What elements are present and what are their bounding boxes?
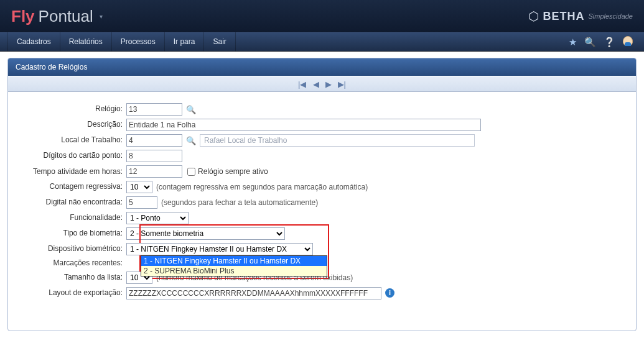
panel-title: Cadastro de Relógios — [8, 58, 636, 76]
layout-exportacao-input[interactable] — [126, 287, 381, 299]
content: Cadastro de Relógios |◀ ◀ ▶ ▶| Relógio: … — [0, 52, 644, 337]
panel-cadastro-relogios: Cadastro de Relógios |◀ ◀ ▶ ▶| Relógio: … — [7, 58, 637, 331]
contagem-hint: (contagem regressiva em segundos para ma… — [156, 183, 368, 191]
funcionalidade-select[interactable]: 1 - Ponto — [126, 212, 189, 224]
star-icon[interactable]: ★ — [569, 37, 577, 48]
sempre-ativo-label: Relógio sempre ativo — [198, 167, 268, 176]
app-header: Fly Pontual ▾ ⬡ BETHA Simplescidade — [0, 0, 644, 32]
label-descricao: Descrição: — [21, 120, 126, 130]
label-dispositivo: Dispositivo biométrico: — [21, 244, 126, 254]
label-contagem: Contagem regressiva: — [21, 182, 126, 192]
dispositivo-option-1[interactable]: 1 - NITGEN Fingkey Hamster II ou Hamster… — [141, 256, 327, 266]
nav-prev-icon[interactable]: ◀ — [313, 80, 319, 89]
betha-logo[interactable]: ⬡ BETHA Simplescidade — [528, 9, 633, 24]
menu-relatorios[interactable]: Relatórios — [60, 32, 112, 52]
search-icon[interactable]: 🔍 — [584, 37, 596, 48]
help-icon[interactable]: ❔ — [604, 37, 615, 48]
dispositivo-biometrico-select[interactable]: 1 - NITGEN Fingkey Hamster II ou Hamster… — [126, 243, 313, 255]
label-digitos: Dígitos do cartão ponto: — [21, 151, 126, 161]
label-tipo-bio: Tipo de biometria: — [21, 229, 126, 239]
logo-fly: Fly — [11, 7, 35, 26]
betha-tagline: Simplescidade — [588, 12, 633, 20]
nav-next-icon[interactable]: ▶ — [325, 80, 332, 89]
label-relogio: Relógio: — [21, 104, 126, 114]
label-local: Local de Trabalho: — [21, 135, 126, 145]
relogio-input[interactable] — [126, 103, 182, 116]
layout-info-icon[interactable]: i — [385, 288, 394, 298]
label-marcacoes: Marcações recentes: — [21, 258, 126, 268]
nav-first-icon[interactable]: |◀ — [298, 80, 306, 89]
menu-bar: Cadastros Relatórios Processos Ir para S… — [0, 32, 644, 52]
label-layout: Layout de exportação: — [21, 288, 126, 298]
betha-text: BETHA — [543, 10, 584, 23]
contagem-select[interactable]: 10 — [126, 181, 152, 193]
menu-cadastros[interactable]: Cadastros — [7, 32, 60, 52]
menu-right-icons: ★ 🔍 ❔ — [569, 36, 637, 48]
label-funcionalidade: Funcionalidade: — [21, 213, 126, 223]
dispositivo-option-2[interactable]: 2 - SUPREMA BioMini Plus — [141, 266, 327, 276]
descricao-input[interactable] — [126, 119, 481, 131]
digital-input[interactable] — [126, 196, 157, 209]
sempre-ativo-checkbox[interactable] — [187, 168, 195, 176]
label-tamanho: Tamanho da lista: — [21, 273, 126, 283]
digital-hint: (segundos para fechar a tela automaticam… — [161, 198, 318, 207]
local-lookup-detail: Rafael Local de Trabalho — [200, 134, 475, 147]
logo-dropdown-icon: ▾ — [100, 13, 103, 20]
relogio-lookup-icon[interactable]: 🔍 — [186, 105, 196, 114]
tipo-biometria-select[interactable]: 2 - Somente biometria — [126, 227, 285, 240]
local-lookup-icon[interactable]: 🔍 — [186, 136, 196, 145]
label-tempo: Tempo atividade em horas: — [21, 165, 126, 177]
menu-ir-para[interactable]: Ir para — [165, 32, 205, 52]
local-input[interactable] — [126, 134, 182, 147]
menu-processos[interactable]: Processos — [112, 32, 165, 52]
digitos-input[interactable] — [126, 150, 182, 162]
tempo-input[interactable] — [126, 165, 182, 178]
nav-last-icon[interactable]: ▶| — [338, 80, 346, 89]
logo-pontual: Pontual — [39, 7, 93, 26]
form-body: Relógio: 🔍 Descrição: Local de Trabalho:… — [8, 92, 636, 315]
record-navigator: |◀ ◀ ▶ ▶| — [8, 76, 636, 92]
betha-mark-icon: ⬡ — [528, 9, 539, 24]
header-right: ⬡ BETHA Simplescidade — [528, 9, 633, 24]
user-avatar-icon[interactable] — [623, 36, 633, 48]
label-digital: Digital não encontrada: — [21, 198, 126, 208]
menu-sair[interactable]: Sair — [204, 32, 235, 52]
dispositivo-dropdown-list: 1 - NITGEN Fingkey Hamster II ou Hamster… — [141, 255, 327, 276]
app-logo[interactable]: Fly Pontual ▾ — [11, 7, 103, 26]
